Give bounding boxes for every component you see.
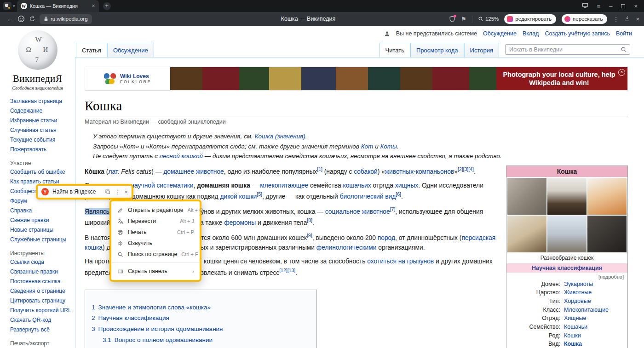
- toc-item[interactable]: 4Биология: [92, 345, 307, 348]
- wiki-search-input[interactable]: [509, 46, 621, 53]
- protect-shield-icon[interactable]: [449, 16, 455, 23]
- sidebar-item[interactable]: Постоянная ссылка: [10, 278, 72, 285]
- wiki-link[interactable]: охотиться на грызунов: [367, 258, 434, 265]
- taxon-value[interactable]: Кошка: [562, 340, 627, 348]
- personal-link[interactable]: Создать учётную запись: [545, 30, 610, 37]
- wiki-link[interactable]: собакой: [354, 168, 378, 175]
- reference-link[interactable]: [1]: [317, 166, 322, 172]
- wiki-link[interactable]: научной систематики: [131, 182, 193, 189]
- taxon-value[interactable]: Животные: [562, 288, 627, 297]
- menu-item-4[interactable]: Поиск по страницеCtrl + F: [111, 249, 200, 260]
- sidebar-item[interactable]: Цитировать страницу: [10, 297, 72, 304]
- taxobox-section-classification[interactable]: Научная классификация: [506, 263, 627, 273]
- browser-tab[interactable]: W Кошка — Википедия ×: [17, 0, 99, 12]
- toc-item[interactable]: 2Научная классификация: [92, 313, 307, 324]
- close-panel-icon[interactable]: ×: [636, 16, 639, 23]
- cat-photo-3[interactable]: [587, 178, 627, 215]
- wiki-link[interactable]: биологический вид: [340, 193, 396, 200]
- sidebar-item[interactable]: Справка: [10, 207, 72, 214]
- popup-kebab-icon[interactable]: ⋮: [115, 188, 121, 195]
- minimize-button[interactable]: –: [609, 3, 612, 10]
- menu-item-1[interactable]: ПеревестиAlt + J: [111, 216, 200, 227]
- tab-История[interactable]: История: [464, 43, 499, 57]
- toc-item[interactable]: 1Значение и этимология слова «кошка»: [92, 302, 307, 313]
- menu-item-0[interactable]: Открыть в редактореAlt + O: [111, 205, 200, 216]
- wiki-link[interactable]: пород: [378, 234, 395, 241]
- wiki-link[interactable]: млекопитающее: [260, 182, 308, 189]
- sidebar-item[interactable]: Связанные правки: [10, 268, 72, 275]
- reference-link[interactable]: [5]: [257, 191, 262, 197]
- wiki-link[interactable]: социальное животное: [325, 208, 390, 215]
- wlf-banner[interactable]: Wiki Loves FOLKLORE Photograph your loca…: [85, 67, 628, 91]
- wiki-link[interactable]: лат.: [108, 168, 119, 175]
- cast-icon[interactable]: [582, 3, 588, 10]
- details-link[interactable]: [подробно]: [506, 273, 627, 280]
- wiki-link[interactable]: дикой кошки: [220, 193, 257, 200]
- sidebar-item[interactable]: Сообщить об ошибке: [10, 169, 72, 176]
- wiki-link[interactable]: Кот: [361, 143, 374, 150]
- zoom-indicator[interactable]: 125%: [478, 16, 499, 22]
- banner-photos[interactable]: [170, 67, 496, 90]
- wiki-link[interactable]: фелинологическими: [316, 244, 377, 251]
- downloads-icon[interactable]: [624, 15, 630, 23]
- profile-icon[interactable]: [16, 15, 27, 23]
- reload-button[interactable]: [27, 16, 38, 22]
- cat-photo-5[interactable]: [547, 216, 586, 252]
- cat-photo-6[interactable]: [587, 216, 627, 252]
- maximize-button[interactable]: [621, 4, 625, 8]
- wiki-link[interactable]: хищных: [395, 182, 418, 189]
- close-window-button[interactable]: ×: [634, 3, 638, 10]
- wiki-link[interactable]: Кошка (значения): [255, 133, 305, 140]
- wiki-link[interactable]: домашнее животное: [163, 168, 224, 175]
- browser-logo[interactable]: [3, 2, 12, 10]
- reference-link[interactable]: [12][13]: [279, 268, 295, 273]
- tab-Обсуждение[interactable]: Обсуждение: [107, 43, 154, 57]
- sidebar-item[interactable]: Ссылки сюда: [10, 259, 72, 266]
- kebab-menu-icon[interactable]: ⋮: [613, 16, 619, 23]
- cat-photo-2[interactable]: [547, 178, 586, 215]
- sidebar-item[interactable]: Свежие правки: [10, 217, 72, 224]
- sidebar-item[interactable]: Избранные статьи: [10, 117, 72, 124]
- taxon-value[interactable]: Млекопитающие: [562, 306, 627, 314]
- sidebar-item[interactable]: Случайная статья: [10, 127, 72, 134]
- sidebar-item[interactable]: Получить короткий URL: [10, 307, 72, 314]
- sidebar-item[interactable]: Служебные страницы: [10, 236, 72, 243]
- tab-close-icon[interactable]: ×: [92, 3, 95, 9]
- address-bar[interactable]: ru.wikipedia.org: [40, 14, 92, 24]
- copy-icon[interactable]: [105, 189, 111, 195]
- tab-Читать[interactable]: Читать: [380, 43, 410, 57]
- taxon-value[interactable]: Кошки: [562, 331, 627, 340]
- wiki-link[interactable]: феромоны: [224, 219, 256, 226]
- yandex-selection-popup[interactable]: Y Найти в Яндексе ⋮ ×: [36, 184, 133, 200]
- back-button[interactable]: ←: [5, 15, 16, 23]
- sidebar-item[interactable]: Содержание: [10, 108, 72, 114]
- reference-link[interactable]: [2][3][4]: [458, 166, 474, 172]
- taxon-value[interactable]: Хищные: [562, 314, 627, 323]
- sidebar-item[interactable]: Развернуть всё: [10, 326, 72, 333]
- taxon-value[interactable]: Кошачьи: [562, 323, 627, 331]
- personal-link[interactable]: Войти: [616, 30, 632, 37]
- menu-item-2[interactable]: ПечатьCtrl + P: [111, 227, 200, 238]
- sidebar-item[interactable]: Пожертвовать: [10, 146, 72, 153]
- wiki-search[interactable]: [505, 44, 630, 55]
- tab-list-chevron-icon[interactable]: ▾: [13, 4, 15, 8]
- taxon-value[interactable]: Эукариоты: [562, 280, 627, 289]
- sidebar-item[interactable]: Новые страницы: [10, 227, 72, 234]
- menu-item-3[interactable]: Озвучить: [111, 238, 200, 249]
- toc-item[interactable]: 3Происхождение и история одомашнивания: [92, 324, 307, 335]
- personal-link[interactable]: Обсуждение: [483, 30, 517, 37]
- menu-item-5[interactable]: Скрыть панель›: [111, 266, 200, 277]
- personal-link[interactable]: Вклад: [523, 30, 539, 37]
- wiki-link[interactable]: лесной кошкой: [160, 153, 203, 160]
- banner-close-icon[interactable]: ×: [618, 69, 625, 76]
- tab-Просмотр кода[interactable]: Просмотр кода: [410, 43, 464, 57]
- wiki-link[interactable]: животных-компаньонов: [385, 168, 454, 175]
- reference-link[interactable]: [7]: [390, 206, 396, 212]
- bookmark-flag-icon[interactable]: ⚑: [461, 16, 466, 23]
- sidebar-item[interactable]: Текущие события: [10, 137, 72, 143]
- reference-link[interactable]: [6]: [396, 191, 401, 197]
- cat-photo-4[interactable]: [507, 216, 546, 252]
- wiki-link[interactable]: Коты: [380, 143, 397, 150]
- menu-icon[interactable]: ≡: [597, 3, 601, 10]
- new-tab-button[interactable]: +: [103, 2, 111, 10]
